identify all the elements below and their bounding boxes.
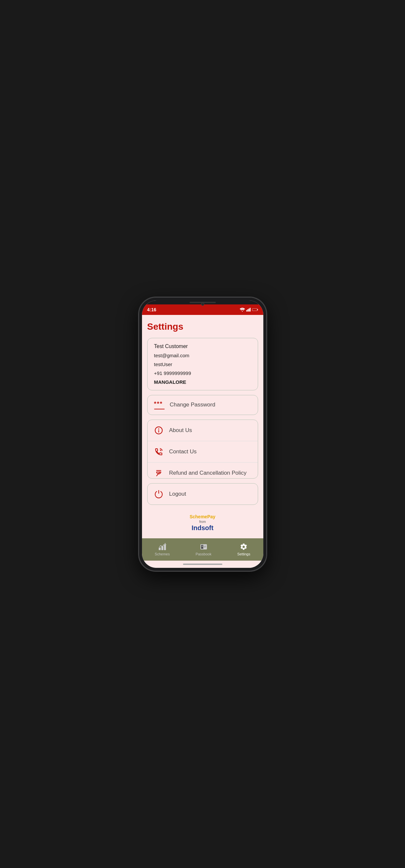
branding: SchemePay from Indsoft — [147, 509, 258, 533]
svg-rect-23 — [204, 547, 206, 548]
contact-us-label: Contact Us — [169, 448, 197, 455]
about-us-label: About Us — [169, 427, 192, 434]
logout-label: Logout — [169, 491, 186, 497]
page-title: Settings — [147, 321, 258, 332]
camera — [201, 303, 204, 306]
brand-scheme: Scheme — [190, 514, 207, 519]
rupee-icon — [154, 468, 163, 477]
home-indicator — [142, 561, 263, 568]
svg-rect-1 — [247, 309, 248, 311]
power-icon — [154, 490, 163, 499]
password-underline — [154, 409, 165, 409]
svg-rect-6 — [252, 308, 257, 310]
svg-rect-3 — [250, 308, 251, 311]
password-icon: *** — [154, 401, 165, 409]
passbook-nav-icon — [200, 543, 208, 551]
menu-card: About Us Contact Us — [147, 420, 258, 479]
status-bar: 4:16 — [142, 304, 263, 315]
user-info-card: Test Customer test@gmail.com testUser +9… — [147, 338, 258, 391]
svg-rect-5 — [257, 309, 258, 310]
refund-label: Refund and Cancellation Policy — [169, 470, 247, 476]
svg-rect-2 — [249, 308, 250, 311]
nav-passbook[interactable]: Passbook — [195, 543, 211, 556]
change-password-card[interactable]: *** Change Password — [147, 395, 258, 415]
svg-point-21 — [202, 546, 202, 547]
screen-content: Settings Test Customer test@gmail.com te… — [142, 315, 263, 538]
wifi-icon — [240, 308, 245, 312]
phone-screen: 4:16 — [142, 301, 263, 568]
menu-item-refund[interactable]: Refund and Cancellation Policy — [148, 463, 258, 479]
phone-icon — [154, 447, 163, 456]
svg-rect-20 — [201, 545, 203, 549]
menu-item-about-us[interactable]: About Us — [148, 420, 258, 441]
change-password-label: Change Password — [170, 402, 215, 408]
user-phone: +91 9999999999 — [154, 370, 251, 376]
password-dots: *** — [154, 401, 163, 407]
brand-indsoft: Indsoft — [190, 524, 215, 532]
user-email: test@gmail.com — [154, 353, 251, 358]
phone-frame: 4:16 — [139, 297, 267, 571]
user-name: Test Customer — [154, 343, 251, 349]
signal-icon — [246, 308, 251, 312]
info-icon — [154, 426, 163, 435]
menu-item-contact-us[interactable]: Contact Us — [148, 441, 258, 463]
passbook-nav-label: Passbook — [195, 552, 211, 556]
status-icons — [240, 308, 258, 312]
brand-schemepay: SchemePay — [190, 514, 215, 519]
home-bar — [183, 564, 222, 565]
svg-rect-22 — [204, 546, 206, 547]
settings-nav-icon — [240, 543, 248, 551]
status-time: 4:16 — [147, 307, 156, 312]
brand-from: from — [190, 520, 215, 524]
svg-rect-17 — [164, 545, 166, 550]
svg-rect-15 — [159, 548, 161, 550]
nav-settings[interactable]: Settings — [237, 543, 250, 556]
logout-card[interactable]: Logout — [147, 483, 258, 505]
user-username: testUser — [154, 362, 251, 367]
svg-rect-0 — [246, 310, 247, 311]
bottom-nav: Schemes Passbook Settings — [142, 538, 263, 561]
schemes-nav-icon — [158, 543, 166, 551]
brand-pay: Pay — [207, 514, 215, 519]
user-city: MANGALORE — [154, 379, 251, 385]
settings-nav-label: Settings — [237, 552, 250, 556]
battery-icon — [252, 308, 258, 312]
brand-text: SchemePay from Indsoft — [190, 514, 215, 531]
nav-schemes[interactable]: Schemes — [155, 543, 170, 556]
schemes-nav-label: Schemes — [155, 552, 170, 556]
